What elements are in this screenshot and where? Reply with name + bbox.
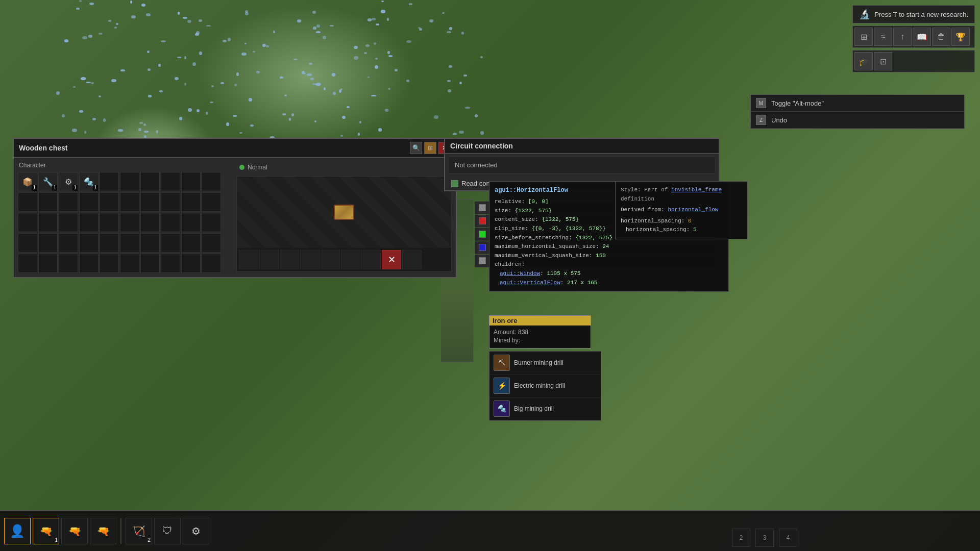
slot-numbers: 2 xyxy=(732,529,750,547)
chest-body: Character 📦 1 🔧 1 ⚙ 1 🔩 1 xyxy=(14,158,456,277)
inv-slot-20[interactable] xyxy=(18,213,37,232)
item-icon-chest: 📦 xyxy=(22,177,33,187)
inv-slot-18[interactable] xyxy=(181,192,201,212)
inv-slot-0[interactable]: 📦 1 xyxy=(18,172,37,191)
inv-slot-19[interactable] xyxy=(202,192,221,212)
inv-slot-14[interactable] xyxy=(100,192,119,212)
inv-slot-28[interactable] xyxy=(181,213,201,232)
style-link[interactable]: invisible_frame xyxy=(671,187,722,193)
inv-slot-35[interactable] xyxy=(120,233,139,253)
inv-slot-13[interactable] xyxy=(79,192,99,212)
inv-slot-43[interactable] xyxy=(79,254,99,273)
inv-slot-30[interactable] xyxy=(18,233,37,253)
chest-slot-0[interactable] xyxy=(239,250,258,269)
grenade-count: 2 xyxy=(148,537,151,543)
hotbar-slot-rifle[interactable]: 🔫 xyxy=(61,518,88,544)
toolbar-map-btn[interactable]: ⊞ xyxy=(854,28,873,46)
inv-slot-1[interactable]: 🔧 1 xyxy=(38,172,58,191)
read-contents-checkbox[interactable] xyxy=(451,180,458,187)
inv-slot-36[interactable] xyxy=(140,233,160,253)
toolbar-trophy-btn[interactable]: 🏆 xyxy=(951,28,970,46)
toolbar-grid-btn[interactable]: ⊡ xyxy=(874,52,892,70)
inv-slot-17[interactable] xyxy=(161,192,180,212)
inv-slot-2[interactable]: ⚙ 1 xyxy=(59,172,78,191)
chest-slot-3[interactable] xyxy=(300,250,320,269)
toolbar-wave-btn[interactable]: ≈ xyxy=(874,28,892,46)
chest-slot-5[interactable] xyxy=(341,250,360,269)
chest-search-btn[interactable]: 🔍 xyxy=(410,142,422,154)
chest-slot-1[interactable] xyxy=(259,250,279,269)
inv-slot-15[interactable] xyxy=(120,192,139,212)
toolbar-book-btn[interactable]: 📖 xyxy=(913,28,931,46)
hotbar-sep-1 xyxy=(120,518,121,544)
inv-slot-41[interactable] xyxy=(38,254,58,273)
hotbar-slot-pistol[interactable]: 🔫 1 xyxy=(33,518,59,544)
big-drill-icon: 🔩 xyxy=(494,400,510,417)
chest-slot-4[interactable] xyxy=(321,250,340,269)
inv-slot-45[interactable] xyxy=(120,254,139,273)
inv-slot-21[interactable] xyxy=(38,213,58,232)
inv-slot-3[interactable]: 🔩 1 xyxy=(79,172,99,191)
pistol-icon: 🔫 xyxy=(40,525,53,537)
chest-slot-8[interactable] xyxy=(402,250,422,269)
inv-slot-7[interactable] xyxy=(161,172,180,191)
mining-item-burner[interactable]: ⛏ Burner mining drill xyxy=(489,352,601,374)
slot-num-2[interactable]: 2 xyxy=(732,529,750,547)
shortcut-undo[interactable]: Z Undo xyxy=(751,112,964,129)
inv-slot-12[interactable] xyxy=(59,192,78,212)
chest-close-slot[interactable]: ✕ xyxy=(382,250,401,269)
inv-slot-40[interactable] xyxy=(18,254,37,273)
toolbar-up-btn[interactable]: ↑ xyxy=(893,28,912,46)
hotbar-slot-player[interactable]: 👤 xyxy=(4,518,31,544)
slot-num-4[interactable]: 4 xyxy=(779,529,797,547)
mining-item-electric[interactable]: ⚡ Electric mining drill xyxy=(489,374,601,397)
inv-slot-8[interactable] xyxy=(181,172,201,191)
inv-slot-44[interactable] xyxy=(100,254,119,273)
altmode-icon: M xyxy=(756,98,766,108)
inv-slot-25[interactable] xyxy=(120,213,139,232)
debug-children-list: agui::Window: 1105 x 575 agui::VerticalF… xyxy=(500,269,723,287)
inv-slot-49[interactable] xyxy=(202,254,221,273)
inv-slot-9[interactable] xyxy=(202,172,221,191)
inv-slot-31[interactable] xyxy=(38,233,58,253)
inv-slot-42[interactable] xyxy=(59,254,78,273)
inv-slot-10[interactable] xyxy=(18,192,37,212)
hotbar-slot-smg[interactable]: 🔫 xyxy=(90,518,116,544)
inv-slot-32[interactable] xyxy=(59,233,78,253)
slot-num-3[interactable]: 3 xyxy=(755,529,774,547)
inv-slot-5[interactable] xyxy=(120,172,139,191)
inv-slot-39[interactable] xyxy=(202,233,221,253)
inv-slot-46[interactable] xyxy=(140,254,160,273)
derived-link[interactable]: horizontal_flow xyxy=(668,207,718,213)
toolbar-trash-btn[interactable]: 🗑 xyxy=(932,28,950,46)
inv-slot-37[interactable] xyxy=(161,233,180,253)
inv-slot-34[interactable] xyxy=(100,233,119,253)
inv-slot-47[interactable] xyxy=(161,254,180,273)
inv-slot-33[interactable] xyxy=(79,233,99,253)
inv-slot-23[interactable] xyxy=(79,213,99,232)
debug-max-h: maximum_horizontal_squash_size: 24 xyxy=(495,242,723,252)
hotbar-slot-grenade[interactable]: 🏹 2 xyxy=(126,518,152,544)
style-header: Style: Part of invisible_frame definitio… xyxy=(621,186,742,204)
shortcut-altmode[interactable]: M Toggle "Alt-mode" xyxy=(751,95,964,112)
inv-slot-48[interactable] xyxy=(181,254,201,273)
chest-slot-2[interactable] xyxy=(280,250,299,269)
mining-item-big[interactable]: 🔩 Big mining drill xyxy=(489,397,601,420)
inv-slot-24[interactable] xyxy=(100,213,119,232)
chest-slot-6[interactable] xyxy=(361,250,381,269)
inv-slot-22[interactable] xyxy=(59,213,78,232)
hotbar-slot-tool[interactable]: ⚙ xyxy=(183,518,209,544)
debug-max-v: maximum_vertical_squash_size: 150 xyxy=(495,252,723,261)
inv-slot-4[interactable] xyxy=(100,172,119,191)
inv-slot-29[interactable] xyxy=(202,213,221,232)
inv-slot-16[interactable] xyxy=(140,192,160,212)
inv-slot-11[interactable] xyxy=(38,192,58,212)
inv-slot-27[interactable] xyxy=(161,213,180,232)
toolbar-learn-btn[interactable]: 🎓 xyxy=(854,52,873,70)
item-icon-gear: ⚙ xyxy=(65,177,72,187)
inv-slot-6[interactable] xyxy=(140,172,160,191)
inv-slot-26[interactable] xyxy=(140,213,160,232)
inv-slot-38[interactable] xyxy=(181,233,201,253)
chest-grid-btn[interactable]: ⊞ xyxy=(424,142,436,154)
hotbar-slot-armor[interactable]: 🛡 xyxy=(154,518,181,544)
